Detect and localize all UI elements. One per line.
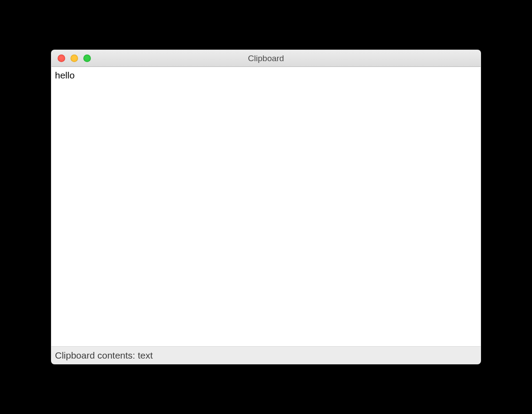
application-window: Clipboard hello Clipboard contents: text [51,50,481,364]
close-button[interactable] [58,55,65,62]
title-bar[interactable]: Clipboard [51,50,481,67]
maximize-button[interactable] [83,55,91,62]
minimize-button[interactable] [70,55,78,62]
window-title: Clipboard [51,54,481,63]
status-label: Clipboard contents: text [55,350,153,361]
status-bar: Clipboard contents: text [51,346,481,364]
text-content-area[interactable]: hello [51,67,481,346]
content-text: hello [55,70,74,80]
window-controls [51,55,91,62]
